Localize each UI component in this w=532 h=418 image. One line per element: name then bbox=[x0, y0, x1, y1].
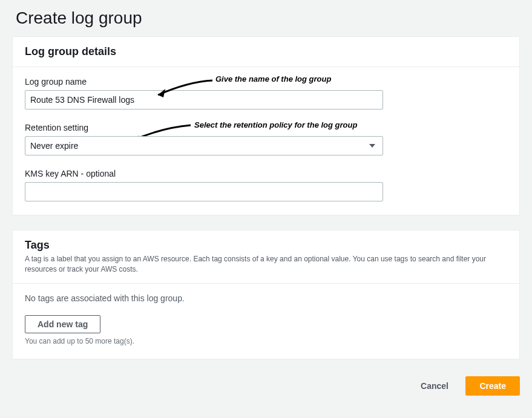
row-kms: KMS key ARN - optional bbox=[25, 169, 507, 201]
retention-select[interactable]: Never expire bbox=[25, 136, 383, 155]
tags-empty-msg: No tags are associated with this log gro… bbox=[25, 293, 507, 303]
log-group-name-input[interactable] bbox=[25, 90, 383, 109]
details-heading: Log group details bbox=[25, 45, 507, 58]
chevron-down-icon bbox=[369, 144, 375, 148]
tags-description: A tag is a label that you assign to an A… bbox=[25, 254, 507, 275]
panel-header-tags: Tags A tag is a label that you assign to… bbox=[13, 230, 519, 284]
cancel-button[interactable]: Cancel bbox=[410, 376, 459, 396]
annotation-name: Give the name of the log group bbox=[215, 74, 331, 83]
create-button[interactable]: Create bbox=[465, 376, 520, 396]
tags-limit-hint: You can add up to 50 more tag(s). bbox=[25, 337, 507, 345]
page-title: Create log group bbox=[12, 0, 520, 36]
footer-actions: Cancel Create bbox=[12, 374, 520, 396]
kms-input[interactable] bbox=[25, 182, 383, 201]
details-body: Give the name of the log group Log group… bbox=[13, 67, 519, 215]
tags-heading: Tags bbox=[25, 239, 507, 252]
tags-panel: Tags A tag is a label that you assign to… bbox=[12, 230, 520, 359]
details-panel: Log group details Give the name of the l… bbox=[12, 36, 520, 215]
tags-body: No tags are associated with this log gro… bbox=[13, 284, 519, 359]
add-new-tag-button[interactable]: Add new tag bbox=[25, 315, 100, 333]
retention-selected-value: Never expire bbox=[30, 141, 369, 151]
panel-header-details: Log group details bbox=[13, 37, 519, 67]
row-retention: Select the retention policy for the log … bbox=[25, 123, 507, 155]
row-log-group-name: Give the name of the log group Log group… bbox=[25, 77, 507, 109]
annotation-retention: Select the retention policy for the log … bbox=[194, 120, 357, 129]
kms-label: KMS key ARN - optional bbox=[25, 169, 507, 178]
